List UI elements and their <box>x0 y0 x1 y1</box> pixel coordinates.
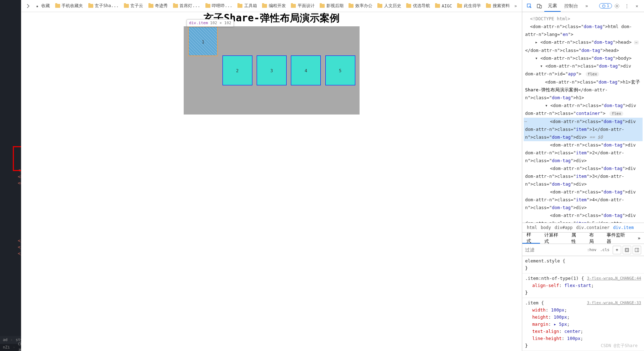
flex-item-2[interactable]: 2 <box>222 55 252 85</box>
bookmark-item[interactable]: 影视后期 <box>317 3 346 9</box>
inspect-icon[interactable] <box>524 1 534 11</box>
editor-file-tabs: nZi› CH02_CSS基础› 弹性布局› 3-flex-wrap.html <box>0 344 21 351</box>
bookmark-item[interactable]: 哔哩哔... <box>203 3 235 9</box>
code-editor[interactable]: width: 600px; height: 300px; background-… <box>0 0 21 351</box>
dom-node[interactable]: <dom-attr-n">class="dom-tag">div dom-att… <box>524 165 643 188</box>
folder-icon <box>173 3 178 9</box>
svg-rect-6 <box>626 249 628 251</box>
crumb-active[interactable]: div.item <box>611 225 635 230</box>
source-link[interactable]: 3-flex-wrap…N_CHANGE:33 <box>587 299 641 307</box>
dom-node[interactable]: <dom-attr-n">class="dom-tag">html dom-at… <box>524 23 643 38</box>
flex-item-5[interactable]: 5 <box>325 55 355 85</box>
tab-styles[interactable]: 样式 <box>522 233 540 244</box>
computed-icon[interactable] <box>623 246 631 254</box>
dom-node[interactable]: <dom-attr-n">class="dom-tag">h1>玄子Share-… <box>524 78 643 102</box>
dom-node[interactable]: <dom-attr-n">class="dom-tag">div dom-att… <box>524 188 643 212</box>
tab-overflow[interactable]: » <box>582 0 592 12</box>
inspect-tooltip: div.item 102 × 102 <box>187 19 234 27</box>
bookmark-item[interactable]: 平面设计 <box>288 3 317 9</box>
crumb[interactable]: html <box>525 225 539 230</box>
dom-node[interactable]: ▾ <dom-attr-n">class="dom-tag">div dom-a… <box>524 62 643 78</box>
bookmark-fav[interactable]: ★收藏 <box>32 3 52 9</box>
bookmark-item[interactable]: 工具箱 <box>235 3 260 9</box>
tab-elements[interactable]: 元素 <box>544 0 561 12</box>
crumb[interactable]: div.container <box>574 225 611 230</box>
issues-badge[interactable]: 1 <box>599 3 612 9</box>
cls-toggle[interactable]: .cls <box>598 248 612 252</box>
flex-container: div.item 102 × 102 1 2 3 4 5 <box>184 26 360 115</box>
bookmark-overflow[interactable]: » <box>512 4 519 9</box>
folder-icon <box>291 3 296 9</box>
flex-item-1[interactable]: 1 <box>188 26 218 56</box>
bookmark-item[interactable]: AIGC <box>433 3 455 9</box>
tab-props[interactable]: 属性 <box>567 233 585 244</box>
devtools-panel: 元素 控制台 » 1 ⋮ ✕ <!DOCTYPE html><dom-attr-… <box>522 0 644 351</box>
tooltip-selector: div.item <box>189 21 208 25</box>
folder-icon <box>435 3 440 9</box>
flex-item-3[interactable]: 3 <box>257 55 287 85</box>
filter-input[interactable] <box>525 247 585 252</box>
svg-point-4 <box>616 5 618 7</box>
add-rule-icon[interactable]: + <box>613 246 621 254</box>
dom-node[interactable]: <!DOCTYPE html> <box>524 15 643 23</box>
kebab-icon[interactable]: ⋮ <box>622 1 632 11</box>
folder-icon <box>205 3 210 9</box>
star-icon: ★ <box>35 3 40 9</box>
crumb[interactable]: ad <box>1 337 9 343</box>
folder-icon <box>486 3 491 9</box>
svg-rect-7 <box>635 248 639 252</box>
folder-icon <box>377 3 383 9</box>
bookmark-item[interactable]: 编程开发 <box>260 3 288 9</box>
tab-computed[interactable]: 计算样式 <box>540 233 567 244</box>
folder-icon <box>124 3 129 9</box>
dom-node[interactable]: <dom-attr-n">class="dom-tag">div dom-att… <box>524 141 643 165</box>
bookmark-bar: ★收藏 手机收藏夹玄子Sha...玄子云奇迹秀首席灯...哔哩哔...工具箱编程… <box>21 0 522 12</box>
tab-console[interactable]: 控制台 <box>561 0 582 12</box>
bookmark-item[interactable]: 玄子Sha... <box>85 3 121 9</box>
hov-toggle[interactable]: :hov <box>585 248 598 252</box>
dom-node[interactable]: ▾ <dom-attr-n">class="dom-tag">div dom-a… <box>524 102 643 118</box>
tab-overflow[interactable]: » <box>634 235 644 241</box>
dom-node[interactable]: <dom-attr-n">class="dom-tag">div dom-att… <box>524 212 643 223</box>
bookmark-item[interactable]: 人文历史 <box>375 3 404 9</box>
tooltip-dimensions: 102 × 102 <box>210 21 231 25</box>
styles-pane[interactable]: element.style {}3-flex-wrap…N_CHANGE:44.… <box>522 256 644 351</box>
tab-layout[interactable]: 布局 <box>585 233 603 244</box>
gear-icon[interactable] <box>612 1 622 11</box>
bookmark-item[interactable]: 此生得学 <box>455 3 483 9</box>
folder-icon <box>457 3 462 9</box>
bookmark-item[interactable]: 玄子云 <box>121 3 146 9</box>
dom-node[interactable]: ▸ <dom-attr-n">class="dom-tag">head> ⋯ <… <box>524 38 643 54</box>
tab[interactable]: CH02_CSS基础 <box>15 341 21 351</box>
dom-tree[interactable]: <!DOCTYPE html><dom-attr-n">class="dom-t… <box>522 12 644 223</box>
tab-listeners[interactable]: 事件监听器 <box>602 233 634 244</box>
tab[interactable]: nZi <box>0 344 13 351</box>
crumb[interactable]: body <box>539 225 553 230</box>
bookmark-item[interactable]: 首席灯... <box>170 3 203 9</box>
folder-icon <box>88 3 93 9</box>
folder-icon <box>148 3 153 9</box>
folder-icon <box>55 3 60 9</box>
crumb[interactable]: div#app <box>553 225 575 230</box>
bookmark-item[interactable]: 奇迹秀 <box>146 3 170 9</box>
sidebar-icon[interactable] <box>633 246 641 254</box>
dom-node[interactable]: ▾ <dom-attr-n">class="dom-tag">body> <box>524 54 643 62</box>
watermark: CSDN @玄子Share <box>601 343 638 349</box>
folder-icon <box>237 3 243 9</box>
bookmark-item[interactable]: 手机收藏夹 <box>52 3 85 9</box>
source-link[interactable]: 3-flex-wrap…N_CHANGE:44 <box>587 275 641 282</box>
nav-back-icon[interactable] <box>24 2 32 10</box>
folder-icon <box>262 3 267 9</box>
svg-rect-2 <box>540 5 541 8</box>
bookmark-item[interactable]: 效率办公 <box>346 3 375 9</box>
device-icon[interactable] <box>534 1 544 11</box>
close-icon[interactable]: ✕ <box>632 1 642 11</box>
bookmark-item[interactable]: 优选导航 <box>404 3 433 9</box>
devtools-tabs: 元素 控制台 » 1 ⋮ ✕ <box>522 0 644 12</box>
dom-breadcrumb: html body div#app div.container div.item <box>522 223 644 233</box>
bookmark-item[interactable]: 搜索资料 <box>483 3 512 9</box>
flex-item-4[interactable]: 4 <box>291 55 321 85</box>
page-preview: 玄子Share-弹性布局演示案例 div.item 102 × 102 1 2 … <box>21 12 522 351</box>
dom-node[interactable]: ⋯<dom-attr-n">class="dom-tag">div dom-at… <box>524 118 643 141</box>
highlight-box <box>13 146 21 171</box>
